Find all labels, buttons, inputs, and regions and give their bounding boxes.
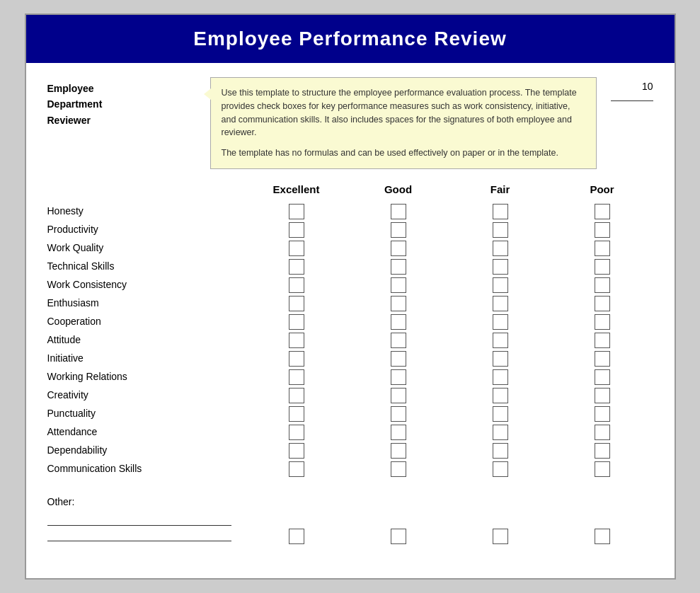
checkbox-good[interactable] [391,222,406,238]
table-row: Initiative [47,350,653,368]
content-area: Employee Department Reviewer Use this te… [26,63,675,565]
checkbox-group [246,331,653,350]
checkbox-cell-poor [551,294,653,313]
checkbox-good[interactable] [391,425,406,440]
other-label: Other: [47,496,653,507]
criteria-name: Attendance [47,423,246,442]
checkbox-fair[interactable] [493,204,508,219]
rating-section: Excellent Good Fair Poor HonestyProducti… [47,183,653,478]
checkbox-excellent[interactable] [289,351,304,367]
checkbox-fair[interactable] [493,369,508,385]
checkbox-poor[interactable] [595,388,610,403]
checkbox-fair[interactable] [493,443,508,459]
page-title: Employee Performance Review [193,28,507,50]
checkbox-fair[interactable] [493,296,508,311]
checkbox-good[interactable] [391,241,406,256]
checkbox-excellent[interactable] [289,425,304,440]
checkbox-excellent[interactable] [289,406,304,422]
checkbox-good[interactable] [391,406,406,422]
checkbox-cell-excellent [246,460,348,478]
checkbox-poor[interactable] [595,204,610,219]
checkbox-fair[interactable] [493,277,508,293]
employee-label: Employee [47,81,203,96]
checkbox-poor[interactable] [595,259,610,275]
rating-col-poor: Poor [551,183,653,199]
checkbox-group [246,294,653,313]
checkbox-good[interactable] [391,277,406,293]
table-row: Productivity [47,221,653,239]
checkbox-cell-poor [551,276,653,294]
checkbox-poor[interactable] [595,443,610,459]
checkbox-poor[interactable] [595,277,610,293]
checkbox-cell-good [348,258,449,276]
checkbox-excellent[interactable] [289,314,304,330]
page: Employee Performance Review Employee Dep… [25,13,676,580]
checkbox-excellent[interactable] [289,443,304,459]
checkbox-poor[interactable] [595,425,610,440]
checkbox-excellent[interactable] [289,296,304,311]
checkbox-fair[interactable] [493,351,508,367]
checkbox-poor[interactable] [595,241,610,256]
checkbox-fair[interactable] [493,333,508,348]
checkbox-poor[interactable] [595,351,610,367]
date-value: 10 [642,81,653,92]
other-checkbox-poor-box[interactable] [595,529,610,544]
checkbox-cell-fair [449,221,551,239]
checkbox-cell-excellent [246,276,348,294]
checkbox-cell-excellent [246,294,348,313]
checkbox-good[interactable] [391,351,406,367]
checkbox-cell-poor [551,423,653,442]
table-row: Technical Skills [47,258,653,276]
tooltip-box: Use this template to structure the emplo… [210,77,597,169]
checkbox-excellent[interactable] [289,369,304,385]
checkbox-cell-good [348,423,449,442]
checkbox-fair[interactable] [493,461,508,477]
checkbox-excellent[interactable] [289,241,304,256]
checkbox-good[interactable] [391,314,406,330]
checkbox-good[interactable] [391,296,406,311]
checkbox-good[interactable] [391,388,406,403]
checkbox-cell-good [348,331,449,350]
checkbox-cell-fair [449,294,551,313]
checkbox-poor[interactable] [595,369,610,385]
checkbox-fair[interactable] [493,406,508,422]
checkbox-good[interactable] [391,461,406,477]
checkbox-good[interactable] [391,369,406,385]
other-checkbox-good-box[interactable] [391,529,406,544]
checkbox-excellent[interactable] [289,204,304,219]
checkbox-group [246,239,653,258]
employee-label-block: Employee Department Reviewer [47,81,203,128]
checkbox-fair[interactable] [493,425,508,440]
checkbox-good[interactable] [391,443,406,459]
checkbox-group [246,221,653,239]
checkbox-excellent[interactable] [289,388,304,403]
checkbox-excellent[interactable] [289,333,304,348]
other-checkbox-excellent-box[interactable] [289,529,304,544]
other-checkbox-fair-box[interactable] [493,529,508,544]
checkbox-cell-good [348,239,449,258]
checkbox-excellent[interactable] [289,222,304,238]
checkbox-fair[interactable] [493,259,508,275]
reviewer-label: Reviewer [47,113,203,128]
checkbox-fair[interactable] [493,222,508,238]
checkbox-fair[interactable] [493,388,508,403]
checkbox-poor[interactable] [595,406,610,422]
checkbox-cell-good [348,386,449,405]
checkbox-good[interactable] [391,259,406,275]
checkbox-good[interactable] [391,333,406,348]
checkbox-fair[interactable] [493,241,508,256]
checkbox-poor[interactable] [595,461,610,477]
checkbox-cell-poor [551,258,653,276]
criteria-name: Working Relations [47,368,246,386]
checkbox-excellent[interactable] [289,461,304,477]
checkbox-poor[interactable] [595,333,610,348]
checkbox-good[interactable] [391,204,406,219]
checkbox-fair[interactable] [493,314,508,330]
criteria-name: Technical Skills [47,258,246,276]
checkbox-poor[interactable] [595,222,610,238]
checkbox-cell-excellent [246,386,348,405]
checkbox-poor[interactable] [595,314,610,330]
checkbox-excellent[interactable] [289,277,304,293]
checkbox-poor[interactable] [595,296,610,311]
checkbox-excellent[interactable] [289,259,304,275]
